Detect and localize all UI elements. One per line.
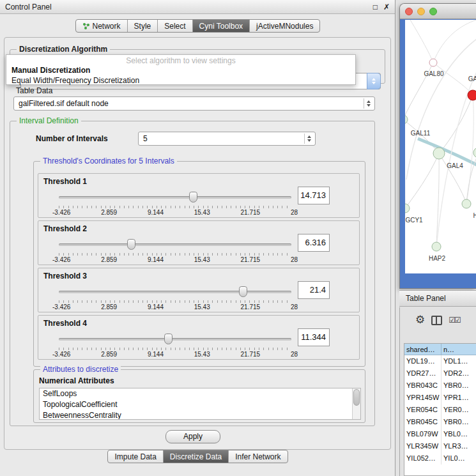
network-node[interactable] [429,59,437,66]
network-canvas[interactable]: GAL80GAGAL11GAL4GCY1HHAP2 [405,20,476,273]
slider-thumb[interactable] [239,286,247,297]
network-window-titlebar[interactable] [400,4,476,19]
network-edge[interactable] [439,95,473,153]
table-row[interactable]: YER054CYER0… [404,404,476,416]
mac-zoom-icon[interactable] [429,8,437,15]
tab-jactivemnodules[interactable]: jActiveMNodules [249,20,319,32]
tab-label: jActiveMNodules [256,22,313,31]
tab-style[interactable]: Style [127,20,158,32]
slider-thumb[interactable] [164,334,173,344]
table-data-combo[interactable]: galFiltered.sif default node [13,96,375,111]
node-table[interactable]: shared…n… YDL19…YDL1…YDR27…YDR2…YBR043CY… [404,343,476,476]
tab-label: Impute Data [114,452,156,461]
threshold-1-block: Threshold 1-3.4262.8599.14415.4321.71528… [38,173,360,218]
apply-button[interactable]: Apply [165,430,220,443]
threshold-3-slider[interactable] [59,286,291,298]
table-row[interactable]: YDL19…YDL1… [404,355,476,367]
tab-discretize-data[interactable]: Discretize Data [163,450,228,463]
close-icon[interactable]: ✗ [383,3,390,12]
table-cell: YBL0… [441,428,476,440]
scale-label: 28 [291,303,298,311]
network-node-label: H [473,212,476,219]
algorithm-dropdown-popup: Select algorithm to view settings Manual… [6,54,356,85]
table-row[interactable]: YBR045CYBR0… [404,416,476,428]
gear-icon[interactable]: ⚙ [415,314,425,326]
table-cell: YPR1… [441,392,476,404]
threshold-4-value-field[interactable]: 11.344 [298,328,330,346]
popup-item-manual-discretization[interactable]: Manual Discretization [6,65,355,75]
network-graph[interactable]: GAL80GAGAL11GAL4GCY1HHAP2 [405,20,476,273]
select-all-checkboxes-icon[interactable]: ☑☑ [449,316,460,325]
threshold-1-slider[interactable] [59,192,291,203]
table-row[interactable]: YIL052…YIL0… [404,452,476,464]
attribute-list-item[interactable]: BetweennessCentrality [40,410,360,420]
scale-label: 2.859 [101,351,117,358]
table-row[interactable]: YDR27…YDR2… [404,367,476,380]
network-node-label: GAL80 [424,70,444,77]
table-row[interactable]: YBR043CYBR0… [404,380,476,392]
slider-tick-marks [59,348,291,350]
scale-label: 9.144 [148,303,164,311]
tab-infer-network[interactable]: Infer Network [228,450,287,463]
threshold-4-label: Threshold 4 [43,319,87,328]
mac-minimize-icon[interactable] [417,8,425,15]
table-cell: YBR045C [404,416,441,428]
table-cell: YLR3… [441,440,476,452]
threshold-2-value-field[interactable]: 6.316 [298,234,330,252]
threshold-2-block: Threshold 2-3.4262.8599.14415.4321.71528… [38,220,360,265]
network-node[interactable] [473,148,476,158]
scale-label: 21.715 [241,256,261,263]
network-node[interactable] [462,199,471,208]
threshold-2-slider[interactable] [59,239,291,250]
attribute-list-item[interactable]: SelfLoops [40,388,360,399]
network-node[interactable] [433,148,445,159]
top-tab-bar: NetworkStyleSelectCyni ToolboxjActiveMNo… [0,19,395,33]
network-edge[interactable] [410,20,433,63]
algorithm-group-title: Discretization Algorithm [17,45,110,54]
tab-cyni-toolbox[interactable]: Cyni Toolbox [192,20,249,32]
threshold-3-value-field[interactable]: 21.4 [298,281,330,299]
numerical-attributes-label: Numerical Attributes [39,376,114,385]
control-panel-titlebar: Control Panel □ ✗ [0,0,395,14]
threshold-1-label: Threshold 1 [43,177,87,186]
threshold-4-slider[interactable] [59,334,291,345]
tab-network[interactable]: Network [76,20,127,32]
table-cell: YDL19… [404,355,441,367]
slider-tick-marks [59,206,291,208]
column-visibility-icon[interactable] [431,316,442,325]
scale-label: 15.43 [194,256,210,263]
table-row[interactable]: YPR145WYPR1… [404,392,476,404]
network-node[interactable] [468,90,476,100]
attribute-list-item[interactable]: TopologicalCoefficient [40,399,360,410]
network-edge[interactable] [466,95,473,204]
network-node[interactable] [432,242,441,251]
scale-label: 28 [291,351,298,358]
column-header-shared[interactable]: shared… [404,344,441,355]
numerical-attributes-list[interactable]: SelfLoopsTopologicalCoefficientBetweenne… [39,388,361,420]
table-row[interactable]: YLR345WYLR3… [404,440,476,452]
cyni-toolbox-panel: Discretization Algorithm Select algorith… [4,37,391,450]
scrollbar-thumb[interactable] [353,389,360,406]
slider-track [59,243,291,246]
network-edge[interactable] [433,20,476,63]
column-header-n[interactable]: n… [441,344,476,355]
mac-close-icon[interactable] [405,8,413,15]
table-panel-titlebar[interactable]: Table Panel [399,290,476,307]
number-of-intervals-combo[interactable]: 5 [138,132,316,146]
tab-label: Network [93,22,121,31]
list-scrollbar[interactable] [352,388,360,419]
threshold-1-value-field[interactable]: 14.713 [298,187,330,204]
network-node[interactable] [405,204,410,213]
slider-thumb[interactable] [127,239,135,250]
table-header-row: shared…n… [404,344,476,355]
table-row[interactable]: YBL079WYBL0… [404,428,476,440]
float-window-icon[interactable]: □ [373,3,378,12]
scale-label: 2.859 [101,256,117,263]
tab-select[interactable]: Select [157,20,192,32]
popup-item-equal-width-frequency[interactable]: Equal Width/Frequency Discretization [6,75,355,86]
tab-impute-data[interactable]: Impute Data [108,450,162,463]
slider-thumb[interactable] [189,192,197,203]
network-edge[interactable] [433,63,473,95]
tab-label: Select [164,22,185,31]
table-cell: YLR345W [404,440,441,452]
